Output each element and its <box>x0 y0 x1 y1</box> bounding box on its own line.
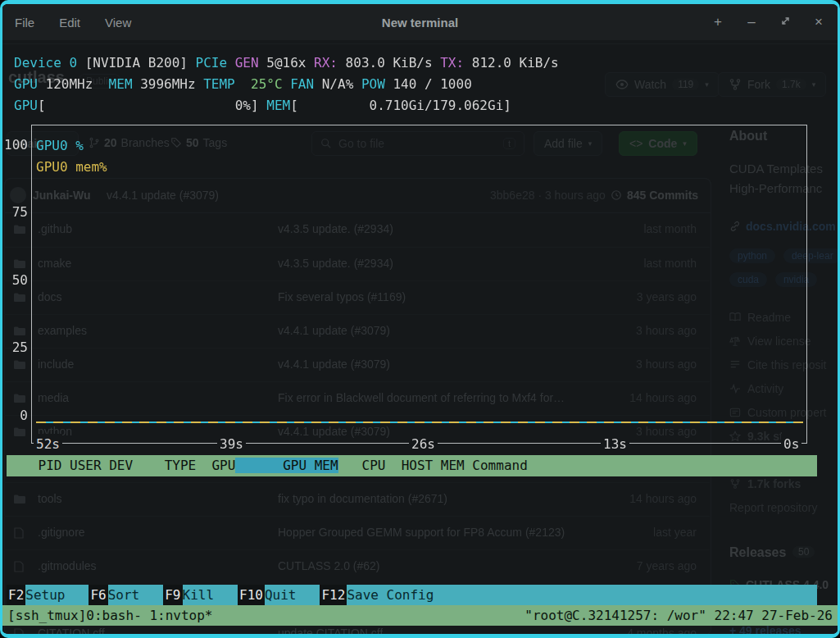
terminal-window: File Edit View New terminal + – × cutlas… <box>0 0 840 638</box>
tmux-session-windows: [ssh_tmux]0:bash- 1:nvtop* <box>7 605 212 627</box>
power-value: 140 / 1000 <box>385 76 472 92</box>
mem-gauge-bar: [ 0.710Gi/179.062Gi] <box>290 98 511 113</box>
x-axis-tick-13s: 13s <box>601 434 629 455</box>
chart-zero-series-line <box>36 422 803 423</box>
f9-kill-label[interactable]: Kill <box>183 585 215 606</box>
pcie-gen-value: 5@16x <box>259 55 314 71</box>
gpu-gauge-label: GPU <box>14 98 38 113</box>
nvtop-tui: Device 0 [NVIDIA B200] PCIe GEN 5@16x RX… <box>2 40 838 634</box>
rx-label: RX: <box>314 55 338 71</box>
tmux-status-bar: [ssh_tmux]0:bash- 1:nvtop* "root@C.32141… <box>2 605 838 626</box>
f10-key[interactable]: F10 <box>238 585 265 606</box>
y-axis-tick-0: 0 <box>3 405 28 426</box>
y-axis-tick-25: 25 <box>3 337 28 358</box>
f2-key[interactable]: F2 <box>7 585 25 606</box>
utilization-chart <box>31 125 807 444</box>
nvtop-gauge-line: GPU[ 0%] MEM[ 0.710Gi/179.062Gi] <box>14 95 511 116</box>
f2-setup-label[interactable]: Setup <box>25 585 65 606</box>
process-columns-left: PID USER DEV TYPE GPU <box>7 458 235 473</box>
gpu-clock-label: GPU <box>14 76 38 92</box>
mem-clock-label: MEM <box>109 76 133 92</box>
tx-label: TX: <box>440 55 464 71</box>
f6-key[interactable]: F6 <box>89 585 107 606</box>
close-icon[interactable]: × <box>813 14 824 30</box>
y-axis-tick-75: 75 <box>3 202 28 223</box>
pcie-label: PCIe <box>196 55 235 71</box>
y-axis-tick-50: 50 <box>3 270 28 291</box>
mem-gauge-label: MEM <box>266 98 290 113</box>
y-axis-tick-100: 100 <box>3 134 28 156</box>
x-axis-tick-52s: 52s <box>34 434 62 455</box>
f10-quit-label[interactable]: Quit <box>265 585 297 606</box>
tx-value: 812.0 KiB/s <box>464 55 559 71</box>
sort-column-gpu-mem: GPU MEM <box>235 458 338 473</box>
gpu-gauge-bar: [ 0%] <box>38 98 266 113</box>
new-tab-icon[interactable]: + <box>712 14 724 30</box>
nvtop-clock-line: GPU 120MHz MEM 3996MHz TEMP 25°C FAN N/A… <box>14 74 472 95</box>
temp-value: 25°C <box>235 76 290 92</box>
x-axis-tick-39s: 39s <box>217 434 246 455</box>
process-columns-right: CPU HOST MEM Command <box>338 458 528 473</box>
fan-value: N/A% <box>314 76 361 92</box>
f12-save-config-label[interactable]: Save Config <box>347 585 434 606</box>
f12-key[interactable]: F12 <box>320 585 347 606</box>
titlebar: File Edit View New terminal + – × <box>2 4 838 40</box>
function-key-bar: F2Setup F6Sort F9Kill F10Quit F12Save Co… <box>7 585 817 605</box>
nvtop-device-line: Device 0 [NVIDIA B200] PCIe GEN 5@16x RX… <box>14 52 559 74</box>
mem-clock-value: 3996MHz <box>133 76 204 92</box>
f6-sort-label[interactable]: Sort <box>108 585 140 606</box>
x-axis-tick-26s: 26s <box>409 434 438 455</box>
fan-label: FAN <box>290 76 314 92</box>
pcie-gen-label: GEN <box>235 55 259 71</box>
gpu-clock-value: 120MHz <box>38 76 109 92</box>
x-axis-tick-0s: 0s <box>781 434 801 455</box>
temp-label: TEMP <box>203 76 235 92</box>
window-controls: + – × <box>712 4 824 40</box>
power-label: POW <box>361 76 385 92</box>
legend-gpu-percent: GPU0 % <box>36 135 84 157</box>
f9-key[interactable]: F9 <box>163 585 182 606</box>
tmux-host-clock: "root@C.32141257: /wor" 22:47 27-Feb-26 <box>524 605 833 627</box>
process-table-header: PID USER DEV TYPE GPU GPU MEM CPU HOST M… <box>7 455 817 476</box>
device-label: Device 0 <box>14 55 77 71</box>
gpu-name: [NVIDIA B200] <box>77 55 196 71</box>
terminal-content: cutlass Public Watch 119 ▾ Fork 1.7k ▾ m… <box>2 40 838 634</box>
maximize-icon[interactable] <box>779 14 791 30</box>
legend-gpu-mem-percent: GPU0 mem% <box>36 157 107 178</box>
rx-value: 803.0 KiB/s <box>338 55 440 71</box>
minimize-icon[interactable]: – <box>746 14 757 30</box>
